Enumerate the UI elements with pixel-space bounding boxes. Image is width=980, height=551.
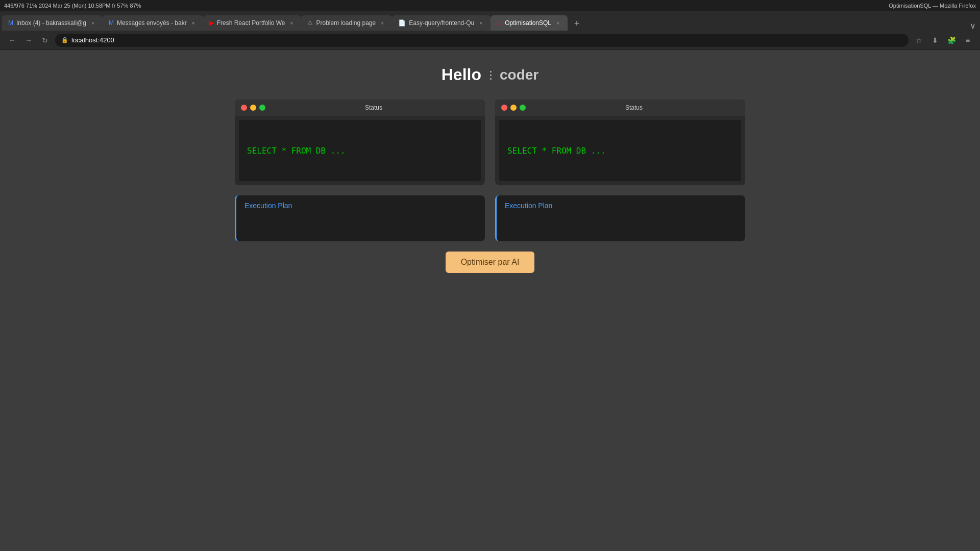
youtube-icon: ▶ — [209, 19, 214, 27]
greeting-text: Hello — [442, 65, 481, 84]
warning-icon: ⚠ — [307, 19, 313, 27]
tab-gmail-sent[interactable]: M Messages envoyés - bakr × — [103, 15, 203, 31]
browser-topbar: 446/976 71% 2024 Mar 25 (Mon) 10:58PM fr… — [0, 0, 980, 11]
tab-error[interactable]: ⚠ Problem loading page × — [301, 15, 392, 31]
tab-label: Easy-query/frontend-Qu — [409, 19, 474, 27]
status-panels-row: Status SELECT * FROM DB ... Status SELEC… — [235, 99, 745, 185]
traffic-light-green-2[interactable] — [520, 105, 526, 111]
traffic-light-green-1[interactable] — [259, 105, 265, 111]
main-content: Hello ⋮ coder Status SELECT * FROM DB ..… — [0, 50, 980, 551]
optimize-button[interactable]: Optimiser par AI — [446, 252, 535, 273]
tab-label: Inbox (4) - bakrasskali@g — [16, 19, 86, 27]
status-panel-2-title: Status — [529, 104, 739, 111]
title-menu-icon[interactable]: ⋮ — [485, 69, 496, 81]
forward-button[interactable]: → — [22, 34, 35, 46]
tab-gmail[interactable]: M Inbox (4) - bakrasskali@g × — [2, 15, 103, 31]
tab-close-btn-6[interactable]: × — [554, 19, 561, 27]
tab-close-btn-3[interactable]: × — [288, 19, 295, 27]
tab-close-btn[interactable]: × — [89, 19, 96, 27]
page-icon: 📄 — [398, 19, 406, 27]
bookmark-star-icon[interactable]: ☆ — [913, 34, 925, 46]
tab-youtube[interactable]: ▶ Fresh React Portfolio We × — [203, 15, 302, 31]
topbar-text: 446/976 71% 2024 Mar 25 (Mon) 10:58PM fr… — [4, 3, 141, 9]
execution-panels-row: Execution Plan Execution Plan — [235, 195, 745, 241]
traffic-light-yellow-2[interactable] — [510, 105, 517, 111]
execution-plan-title-1: Execution Plan — [244, 202, 477, 210]
tab-bar: M Inbox (4) - bakrasskali@g × M Messages… — [0, 11, 980, 31]
status-panel-2-header: Status — [495, 99, 745, 116]
tab-expand-btn[interactable]: ∨ — [970, 21, 976, 31]
page-title-container: Hello ⋮ coder — [442, 65, 538, 84]
tab-optimisation-sql[interactable]: ⬡ OptimisationSQL × — [491, 15, 568, 31]
status-panel-2: Status SELECT * FROM DB ... — [495, 99, 745, 185]
browser-chrome: 446/976 71% 2024 Mar 25 (Mon) 10:58PM fr… — [0, 0, 980, 50]
status-panel-1-body: SELECT * FROM DB ... — [239, 120, 481, 181]
downloads-icon[interactable]: ⬇ — [929, 34, 941, 46]
tab-label: Problem loading page — [316, 19, 376, 27]
traffic-light-red-2[interactable] — [501, 105, 507, 111]
active-tab-icon: ⬡ — [497, 19, 502, 27]
extensions-icon[interactable]: 🧩 — [945, 34, 958, 46]
execution-panel-2: Execution Plan — [495, 195, 745, 241]
tab-label: Fresh React Portfolio We — [217, 19, 285, 27]
status-panel-1-title: Status — [268, 104, 479, 111]
url-text: localhost:4200 — [71, 36, 114, 44]
tab-close-btn-5[interactable]: × — [477, 19, 484, 27]
status-panel-1: Status SELECT * FROM DB ... — [235, 99, 485, 185]
traffic-light-red-1[interactable] — [241, 105, 247, 111]
menu-icon[interactable]: ≡ — [962, 34, 974, 46]
browser-title: OptimisationSQL — Mozilla Firefox — [889, 3, 976, 9]
sql-text-2: SELECT * FROM DB ... — [507, 146, 606, 156]
mail-icon-2: M — [109, 19, 114, 27]
execution-plan-title-2: Execution Plan — [505, 202, 737, 210]
sql-text-1: SELECT * FROM DB ... — [247, 146, 346, 156]
tab-close-btn-2[interactable]: × — [190, 19, 197, 27]
address-bar: ← → ↻ 🔒 localhost:4200 ☆ ⬇ 🧩 ≡ — [0, 31, 980, 50]
tab-close-btn-4[interactable]: × — [379, 19, 386, 27]
tab-easy-query[interactable]: 📄 Easy-query/frontend-Qu × — [392, 15, 491, 31]
lock-icon: 🔒 — [61, 37, 68, 43]
back-button[interactable]: ← — [6, 34, 18, 46]
animated-text: coder — [500, 67, 538, 83]
refresh-button[interactable]: ↻ — [39, 34, 51, 46]
mail-icon: M — [8, 19, 13, 27]
url-bar[interactable]: 🔒 localhost:4200 — [55, 34, 909, 47]
tab-label: Messages envoyés - bakr — [117, 19, 187, 27]
tab-label: OptimisationSQL — [505, 19, 551, 27]
status-panel-1-header: Status — [235, 99, 485, 116]
execution-panel-1: Execution Plan — [235, 195, 485, 241]
traffic-light-yellow-1[interactable] — [250, 105, 256, 111]
new-tab-button[interactable]: + — [570, 16, 584, 31]
status-panel-2-body: SELECT * FROM DB ... — [499, 120, 741, 181]
